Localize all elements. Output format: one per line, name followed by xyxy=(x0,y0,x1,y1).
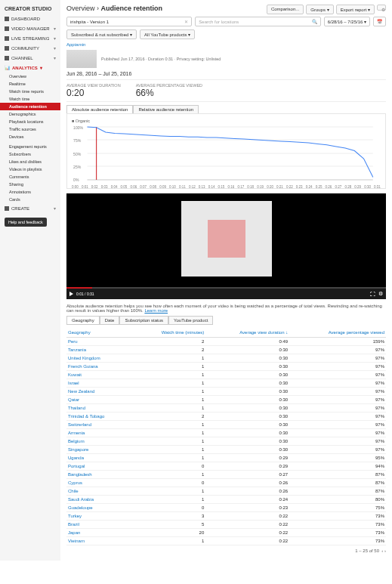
sidebar-sub-realtime[interactable]: Realtime xyxy=(0,80,60,88)
metric-avd[interactable]: AVERAGE VIEW DURATION 0:20 xyxy=(66,83,121,98)
sidebar-live-streaming[interactable]: LIVE STREAMING▾ xyxy=(0,33,60,43)
table-row[interactable]: Vietnam10:2273% xyxy=(66,537,386,545)
video-player[interactable]: 0:01 / 0:31 ⛶ ⚙ xyxy=(66,193,386,299)
geo-link[interactable]: Tanzania xyxy=(68,348,86,352)
geo-link[interactable]: Thailand xyxy=(68,406,85,410)
help-feedback-button[interactable]: Help and feedback xyxy=(5,218,47,227)
groups-button[interactable]: Groups ▾ xyxy=(306,5,333,14)
sidebar-sub-devices[interactable]: Devices xyxy=(0,133,60,141)
table-row[interactable]: French Guiana10:3097% xyxy=(66,363,386,371)
sidebar-dashboard[interactable]: DASHBOARD xyxy=(0,14,60,23)
settings-gear-icon[interactable]: ⚙ xyxy=(377,5,386,11)
table-row[interactable]: Japan200:2273% xyxy=(66,529,386,537)
search-icon[interactable]: 🔍 xyxy=(312,19,317,24)
sidebar-sub-annotations[interactable]: Annotations xyxy=(0,188,60,196)
subtab-geography[interactable]: Geography xyxy=(66,316,100,325)
sidebar-create[interactable]: CREATE▾ xyxy=(0,203,60,213)
sidebar-sub-comments[interactable]: Comments xyxy=(0,173,60,181)
geo-link[interactable]: Belgium xyxy=(68,439,85,443)
geo-link[interactable]: Israel xyxy=(68,381,79,385)
geo-link[interactable]: Trinidad & Tobago xyxy=(68,414,104,419)
table-row[interactable]: Armenia10:3097% xyxy=(66,429,386,437)
table-row[interactable]: Chile10:2687% xyxy=(66,487,386,496)
fullscreen-icon[interactable]: ⛶ xyxy=(370,292,375,297)
sidebar-sub-traffic-sources[interactable]: Traffic sources xyxy=(0,125,60,133)
sidebar-sub-sharing[interactable]: Sharing xyxy=(0,181,60,188)
table-row[interactable]: United Kingdom10:3097% xyxy=(66,354,386,363)
table-row[interactable]: Uganda10:2995% xyxy=(66,454,386,462)
sidebar-sub-engagement-reports[interactable]: Engagement reports xyxy=(0,143,60,150)
geo-link[interactable]: Kuwait xyxy=(68,372,82,377)
geo-link[interactable]: Singapore xyxy=(68,447,88,452)
col-watch-time[interactable]: Watch time (minutes) xyxy=(131,328,206,338)
table-row[interactable]: Singapore10:3097% xyxy=(66,446,386,454)
sidebar-sub-watch-time-reports[interactable]: Watch time reports xyxy=(0,88,60,95)
table-row[interactable]: New Zealand10:3097% xyxy=(66,388,386,396)
export-button[interactable]: Export report ▾ xyxy=(336,5,375,14)
subscribed-filter[interactable]: Subscribed & not subscribed ▾ xyxy=(66,29,137,39)
table-row[interactable]: Thailand10:3097% xyxy=(66,404,386,413)
sidebar-sub-audience-retention[interactable]: Audience retention xyxy=(0,103,60,110)
sidebar-sub-demographics[interactable]: Demographics xyxy=(0,110,60,118)
sidebar-sub-playback-locations[interactable]: Playback locations xyxy=(0,118,60,125)
clear-filter-icon[interactable]: ✕ xyxy=(184,19,188,24)
sidebar-sub-watch-time[interactable]: Watch time xyxy=(0,95,60,103)
table-row[interactable]: Guadeloupe00:2375% xyxy=(66,504,386,512)
table-row[interactable]: Bangladesh10:2787% xyxy=(66,471,386,479)
sidebar-sub-likes-and-dislikes[interactable]: Likes and dislikes xyxy=(0,158,60,165)
geo-link[interactable]: Peru xyxy=(68,339,78,344)
geo-link[interactable]: Saudi Arabia xyxy=(68,497,94,502)
geo-link[interactable]: Japan xyxy=(68,530,80,535)
geo-link[interactable]: Switzerland xyxy=(68,422,91,427)
table-row[interactable]: Portugal00:2994% xyxy=(66,462,386,471)
calendar-icon[interactable]: 📅 xyxy=(373,17,386,26)
col-apv[interactable]: Average percentage viewed xyxy=(289,328,386,338)
table-row[interactable]: Qatar10:3097% xyxy=(66,396,386,404)
geo-link[interactable]: Portugal xyxy=(68,464,85,468)
table-row[interactable]: Turkey30:2273% xyxy=(66,512,386,521)
geo-link[interactable]: Brazil xyxy=(68,522,79,527)
sidebar-analytics[interactable]: 📊ANALYTICS▾ xyxy=(0,63,60,73)
subtab-date[interactable]: Date xyxy=(100,316,120,325)
geo-link[interactable]: Uganda xyxy=(68,456,84,460)
geo-link[interactable]: Chile xyxy=(68,489,79,493)
subtab-youtube-product[interactable]: YouTube product xyxy=(168,316,213,325)
metric-apv[interactable]: AVERAGE PERCENTAGE VIEWED 66% xyxy=(136,83,202,98)
sidebar-sub-subscribers[interactable]: Subscribers xyxy=(0,150,60,158)
table-row[interactable]: Peru20:49159% xyxy=(66,338,386,346)
table-row[interactable]: Tanzania20:3097% xyxy=(66,346,386,354)
pager-next[interactable]: › xyxy=(384,548,386,553)
channel-link[interactable]: Apptamin xyxy=(66,42,386,47)
location-search-input[interactable]: Search for locations🔍 xyxy=(195,17,320,26)
subtab-subscription-status[interactable]: Subscription status xyxy=(119,316,168,325)
date-range-picker[interactable]: 6/28/16 – 7/25/16 ▾ xyxy=(324,17,370,26)
sidebar-sub-videos-in-playlists[interactable]: Videos in playlists xyxy=(0,165,60,173)
learn-more-link[interactable]: Learn more xyxy=(144,308,168,313)
table-row[interactable]: Belgium10:3097% xyxy=(66,437,386,446)
table-row[interactable]: Israel10:3097% xyxy=(66,379,386,388)
table-row[interactable]: Kuwait10:3097% xyxy=(66,371,386,379)
breadcrumb-root[interactable]: Overview xyxy=(66,5,95,12)
col-avd[interactable]: Average view duration ↓ xyxy=(205,328,289,338)
geo-link[interactable]: United Kingdom xyxy=(68,356,100,360)
sidebar-sub-cards[interactable]: Cards xyxy=(0,196,60,203)
geo-link[interactable]: Guadeloupe xyxy=(68,505,93,510)
geo-link[interactable]: French Guiana xyxy=(68,364,98,369)
sidebar-sub-overview[interactable]: Overview xyxy=(0,73,60,80)
player-gear-icon[interactable]: ⚙ xyxy=(378,291,383,297)
geo-link[interactable]: Cyprus xyxy=(68,480,82,485)
geo-link[interactable]: New Zealand xyxy=(68,389,94,394)
table-row[interactable]: Trinidad & Tobago20:3097% xyxy=(66,413,386,421)
products-filter[interactable]: All YouTube products ▾ xyxy=(140,29,195,39)
geo-link[interactable]: Qatar xyxy=(68,397,79,402)
geo-link[interactable]: Bangladesh xyxy=(68,472,92,477)
play-icon[interactable] xyxy=(69,292,73,296)
sidebar-channel[interactable]: CHANNEL▾ xyxy=(0,53,60,63)
comparison-button[interactable]: Comparison... xyxy=(267,5,304,14)
geo-link[interactable]: Turkey xyxy=(68,514,82,518)
table-row[interactable]: Brazil50:2273% xyxy=(66,521,386,529)
sidebar-video-manager[interactable]: VIDEO MANAGER▾ xyxy=(0,23,60,33)
table-row[interactable]: Switzerland10:3097% xyxy=(66,421,386,429)
geo-link[interactable]: Vietnam xyxy=(68,539,85,543)
col-geography[interactable]: Geography xyxy=(66,328,131,338)
